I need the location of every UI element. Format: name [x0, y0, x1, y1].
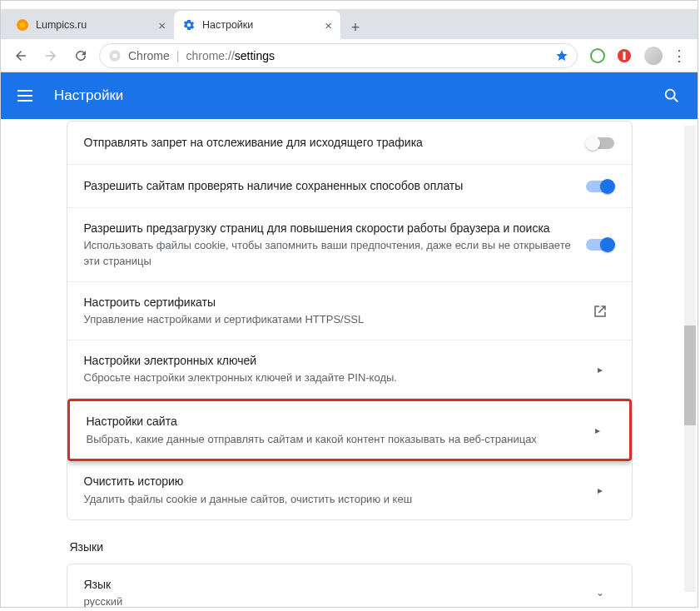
row-title: Настройки электронных ключей	[84, 352, 572, 369]
row-title: Очистить историю	[84, 473, 572, 489]
hamburger-icon[interactable]	[17, 86, 37, 106]
row-title: Разрешить сайтам проверять наличие сохра…	[84, 177, 572, 194]
tab-label: Lumpics.ru	[36, 19, 87, 31]
row-title: Отправлять запрет на отслеживание для ис…	[84, 134, 572, 151]
svg-point-5	[20, 22, 25, 27]
svg-line-11	[674, 98, 678, 102]
browser-toolbar: Chrome | chrome://settings ⋮	[1, 39, 698, 72]
section-label-languages: Языки	[70, 540, 633, 554]
toggle-do-not-track[interactable]	[586, 137, 614, 149]
new-tab-button[interactable]: +	[344, 16, 367, 39]
row-language[interactable]: Язык русский ⌄	[67, 564, 632, 607]
row-subtitle: Управление настройками и сертификатами H…	[84, 312, 572, 328]
row-title: Настроить сертификаты	[84, 294, 572, 310]
row-preload[interactable]: Разрешить предзагрузку страниц для повыш…	[67, 208, 632, 282]
gear-icon	[182, 18, 196, 32]
row-clear-history[interactable]: Очистить историю Удалить файлы cookie и …	[67, 461, 632, 519]
chrome-logo-icon	[108, 49, 122, 62]
row-payment-check[interactable]: Разрешить сайтам проверять наличие сохра…	[67, 165, 632, 208]
row-security-keys[interactable]: Настройки электронных ключей Сбросьте на…	[67, 340, 632, 399]
chevron-right-icon: ▸	[598, 484, 603, 496]
bookmark-star-icon[interactable]	[555, 49, 568, 62]
open-external-icon	[593, 304, 608, 319]
settings-header: Настройки	[1, 72, 698, 119]
row-subtitle: Сбросьте настройки электронных ключей и …	[84, 370, 572, 386]
omnibox-path-prefix: chrome://	[186, 49, 234, 62]
search-icon[interactable]	[663, 87, 681, 105]
extension-icon-1[interactable]	[589, 47, 606, 64]
profile-avatar[interactable]	[644, 47, 663, 65]
svg-point-10	[666, 90, 675, 99]
extension-icon-2[interactable]	[616, 47, 633, 64]
tab-close-icon[interactable]: ×	[325, 19, 332, 32]
tab-settings[interactable]: Настройки ×	[174, 11, 340, 39]
row-title: Язык	[84, 576, 572, 593]
settings-content: Отправлять запрет на отслеживание для ис…	[1, 119, 698, 607]
row-subtitle: Удалить файлы cookie и данные сайтов, оч…	[84, 492, 572, 508]
settings-title: Настройки	[54, 87, 123, 104]
address-bar[interactable]: Chrome | chrome://settings	[99, 43, 578, 68]
row-title: Разрешить предзагрузку страниц для повыш…	[84, 220, 572, 236]
orange-circle-icon	[16, 18, 29, 32]
tab-lumpics[interactable]: Lumpics.ru ×	[7, 11, 174, 39]
row-subtitle: Использовать файлы cookie, чтобы запомни…	[84, 238, 572, 270]
toggle-preload[interactable]	[586, 239, 614, 251]
svg-point-7	[112, 53, 117, 57]
extension-icons	[584, 47, 638, 64]
toggle-payment-check[interactable]	[586, 181, 614, 192]
menu-button[interactable]: ⋮	[669, 47, 689, 65]
reload-button[interactable]	[69, 44, 92, 67]
tab-label: Настройки	[202, 19, 253, 31]
tab-strip: Lumpics.ru × Настройки × +	[1, 9, 698, 39]
svg-rect-9	[623, 52, 626, 60]
row-subtitle: русский	[84, 594, 572, 607]
browser-window: Lumpics.ru × Настройки × + Chrome |	[0, 0, 698, 608]
row-do-not-track[interactable]: Отправлять запрет на отслеживание для ис…	[67, 122, 632, 165]
row-subtitle: Выбрать, какие данные отправлять сайтам …	[87, 432, 569, 448]
languages-card: Язык русский ⌄	[67, 564, 633, 607]
row-certificates[interactable]: Настроить сертификаты Управление настрой…	[67, 282, 632, 340]
row-site-settings[interactable]: Настройки сайта Выбрать, какие данные от…	[67, 399, 632, 461]
chevron-right-icon: ▸	[595, 425, 600, 436]
chevron-right-icon: ▸	[598, 364, 603, 375]
scrollbar-thumb[interactable]	[684, 325, 696, 425]
svg-point-8	[591, 49, 604, 62]
chevron-down-icon: ⌄	[596, 587, 604, 599]
omnibox-path: settings	[235, 49, 275, 62]
row-title: Настройки сайта	[87, 413, 569, 430]
privacy-card: Отправлять запрет на отслеживание для ис…	[67, 121, 633, 520]
omnibox-origin: Chrome	[128, 49, 170, 62]
back-button[interactable]	[9, 44, 32, 67]
forward-button[interactable]	[39, 44, 62, 67]
tab-close-icon[interactable]: ×	[158, 19, 166, 32]
